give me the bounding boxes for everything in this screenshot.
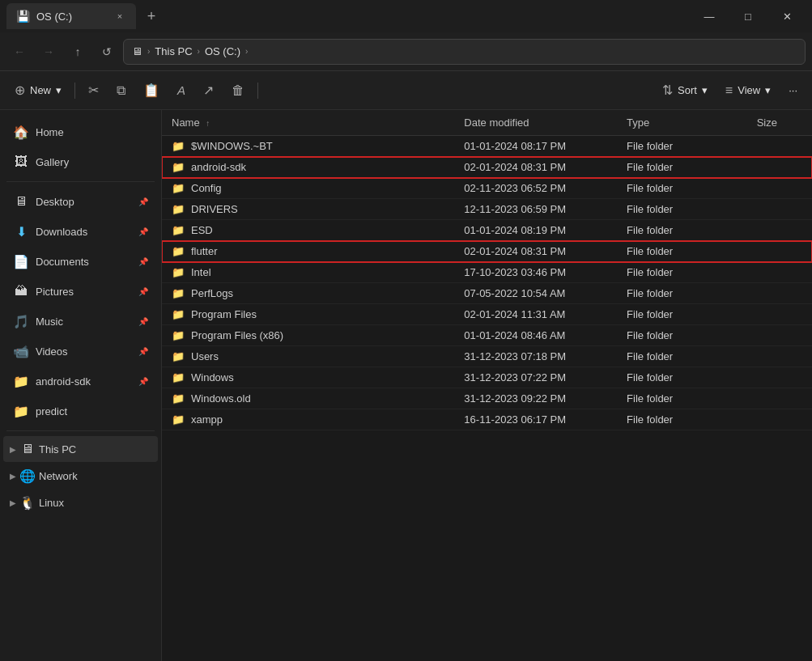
refresh-button[interactable]: ↺ xyxy=(94,39,120,65)
minimize-button[interactable]: — xyxy=(691,3,728,29)
table-row[interactable]: 📁Users31-12-2023 07:18 PMFile folder xyxy=(162,346,812,367)
sort-icon: ⇅ xyxy=(662,83,673,98)
up-button[interactable]: ↑ xyxy=(65,39,91,65)
sidebar-item-predict[interactable]: 📁 predict xyxy=(3,396,158,426)
file-name-cell[interactable]: 📁DRIVERS xyxy=(162,199,454,220)
sidebar-item-gallery[interactable]: 🖼 Gallery xyxy=(3,147,158,176)
active-tab[interactable]: 💾 OS (C:) × xyxy=(6,3,136,29)
file-date-cell: 31-12-2023 09:22 PM xyxy=(454,388,617,409)
file-name-cell[interactable]: 📁Config xyxy=(162,178,454,199)
android-sdk-pin-icon: 📌 xyxy=(138,377,148,386)
share-button[interactable]: ↗ xyxy=(195,77,222,104)
table-row[interactable]: 📁flutter02-01-2024 08:31 PMFile folder xyxy=(162,241,812,262)
view-button[interactable]: ≡ View ▾ xyxy=(717,77,779,104)
file-date-cell: 31-12-2023 07:22 PM xyxy=(454,367,617,388)
col-header-name[interactable]: Name ↑ xyxy=(162,110,454,136)
new-tab-button[interactable]: + xyxy=(139,4,164,28)
file-name-cell[interactable]: 📁Windows xyxy=(162,367,454,388)
col-header-type[interactable]: Type xyxy=(617,110,747,136)
maximize-button[interactable]: □ xyxy=(729,3,767,29)
thispc-expand-icon: ▶ xyxy=(10,445,16,454)
sidebar-item-pictures[interactable]: 🏔 Pictures 📌 xyxy=(3,277,158,306)
table-row[interactable]: 📁Intel17-10-2023 03:46 PMFile folder xyxy=(162,262,812,283)
file-area: Name ↑ Date modified Type Size 📁$WINDOWS… xyxy=(162,110,812,661)
thispc-icon: 🖥 xyxy=(19,442,36,456)
file-size-cell xyxy=(747,241,812,262)
sidebar-item-android-sdk[interactable]: 📁 android-sdk 📌 xyxy=(3,367,158,396)
sidebar-item-home[interactable]: 🏠 Home xyxy=(3,117,158,146)
desktop-pin-icon: 📌 xyxy=(138,197,148,206)
file-name-cell[interactable]: 📁Users xyxy=(162,346,454,367)
file-size-cell xyxy=(747,283,812,304)
sidebar-item-desktop[interactable]: 🖥 Desktop 📌 xyxy=(3,187,158,216)
new-button[interactable]: ⊕ New ▾ xyxy=(6,77,70,104)
copy-button[interactable]: ⧉ xyxy=(108,77,134,104)
file-size-cell xyxy=(747,388,812,409)
file-type-cell: File folder xyxy=(617,409,747,430)
file-name-cell[interactable]: 📁android-sdk xyxy=(162,157,454,178)
table-row[interactable]: 📁Windows.old31-12-2023 09:22 PMFile fold… xyxy=(162,388,812,409)
file-name-cell[interactable]: 📁flutter xyxy=(162,241,454,262)
file-size-cell xyxy=(747,409,812,430)
sidebar-item-downloads[interactable]: ⬇ Downloads 📌 xyxy=(3,217,158,246)
sidebar-desktop-label: Desktop xyxy=(36,196,132,208)
file-name-cell[interactable]: 📁ESD xyxy=(162,220,454,241)
file-name-cell[interactable]: 📁PerfLogs xyxy=(162,283,454,304)
table-row[interactable]: 📁android-sdk02-01-2024 08:31 PMFile fold… xyxy=(162,157,812,178)
sidebar-item-linux[interactable]: ▶ 🐧 Linux xyxy=(3,489,158,515)
delete-button[interactable]: 🗑 xyxy=(223,77,253,104)
file-name-cell[interactable]: 📁Program Files xyxy=(162,304,454,325)
tab-close-button[interactable]: × xyxy=(113,10,126,23)
table-row[interactable]: 📁DRIVERS12-11-2023 06:59 PMFile folder xyxy=(162,199,812,220)
file-name-cell[interactable]: 📁Intel xyxy=(162,262,454,283)
folder-icon: 📁 xyxy=(172,308,185,320)
sort-button[interactable]: ⇅ Sort ▾ xyxy=(654,77,716,104)
downloads-icon: ⬇ xyxy=(13,224,29,239)
forward-button[interactable]: → xyxy=(36,39,62,65)
table-row[interactable]: 📁Program Files (x86)01-01-2024 08:46 AMF… xyxy=(162,325,812,346)
sidebar-item-thispc[interactable]: ▶ 🖥 This PC xyxy=(3,436,158,462)
address-thispc[interactable]: This PC xyxy=(155,45,192,57)
table-row[interactable]: 📁PerfLogs07-05-2022 10:54 AMFile folder xyxy=(162,283,812,304)
sidebar-android-sdk-label: android-sdk xyxy=(36,375,132,388)
rename-button[interactable]: A xyxy=(169,77,193,104)
name-sort-indicator: ↑ xyxy=(206,119,210,128)
file-size-cell xyxy=(747,199,812,220)
sidebar-item-videos[interactable]: 📹 Videos 📌 xyxy=(3,337,158,366)
file-name-cell[interactable]: 📁$WINDOWS.~BT xyxy=(162,136,454,157)
sidebar-item-documents[interactable]: 📄 Documents 📌 xyxy=(3,247,158,276)
file-name: Users xyxy=(191,350,219,362)
file-name: android-sdk xyxy=(191,161,246,173)
file-size-cell xyxy=(747,304,812,325)
sidebar-item-music[interactable]: 🎵 Music 📌 xyxy=(3,307,158,336)
desktop-icon: 🖥 xyxy=(13,194,29,209)
address-bar[interactable]: 🖥 › This PC › OS (C:) › xyxy=(123,39,806,65)
file-name-cell[interactable]: 📁Windows.old xyxy=(162,388,454,409)
folder-icon: 📁 xyxy=(172,392,185,405)
table-row[interactable]: 📁$WINDOWS.~BT01-01-2024 08:17 PMFile fol… xyxy=(162,136,812,157)
folder-icon: 📁 xyxy=(172,287,185,299)
sidebar-item-network[interactable]: ▶ 🌐 Network xyxy=(3,463,158,489)
col-header-size[interactable]: Size xyxy=(747,110,812,136)
cut-icon: ✂ xyxy=(88,83,99,98)
table-row[interactable]: 📁xampp16-11-2023 06:17 PMFile folder xyxy=(162,409,812,430)
sidebar-divider-1 xyxy=(6,181,155,182)
file-name-cell[interactable]: 📁Program Files (x86) xyxy=(162,325,454,346)
col-header-date[interactable]: Date modified xyxy=(454,110,617,136)
file-name-cell[interactable]: 📁xampp xyxy=(162,409,454,430)
address-osc[interactable]: OS (C:) xyxy=(205,45,240,57)
table-row[interactable]: 📁Windows31-12-2023 07:22 PMFile folder xyxy=(162,367,812,388)
table-row[interactable]: 📁ESD01-01-2024 08:19 PMFile folder xyxy=(162,220,812,241)
cut-button[interactable]: ✂ xyxy=(80,77,107,104)
monitor-icon: 🖥 xyxy=(132,45,142,57)
close-button[interactable]: ✕ xyxy=(768,3,806,29)
file-size-cell xyxy=(747,346,812,367)
table-row[interactable]: 📁Config02-11-2023 06:52 PMFile folder xyxy=(162,178,812,199)
table-row[interactable]: 📁Program Files02-01-2024 11:31 AMFile fo… xyxy=(162,304,812,325)
more-button[interactable]: ··· xyxy=(780,77,806,104)
paste-button[interactable]: 📋 xyxy=(135,77,168,104)
toolbar: ⊕ New ▾ ✂ ⧉ 📋 A ↗ 🗑 ⇅ Sort ▾ ≡ View ▾ ··… xyxy=(0,71,812,110)
sidebar-network-label: Network xyxy=(39,470,151,482)
sidebar-linux-label: Linux xyxy=(39,497,151,509)
back-button[interactable]: ← xyxy=(6,39,32,65)
